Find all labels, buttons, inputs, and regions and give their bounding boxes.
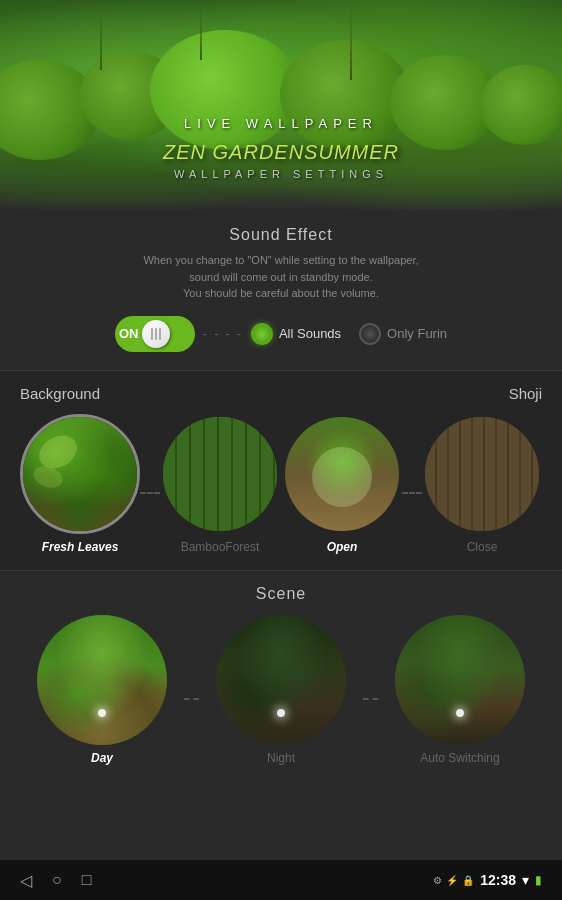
scene-title: Scene: [20, 585, 542, 603]
night-background: [216, 615, 346, 745]
title-line2: ZEN GARDENSummer: [0, 131, 562, 166]
dashed-connector-bg: [140, 492, 160, 494]
sound-effect-title: Sound Effect: [20, 226, 542, 244]
scene-circle-night: [216, 615, 346, 745]
shoji-title: Shoji: [509, 385, 542, 402]
circle-open: [282, 414, 402, 534]
hero-section: LIVE WALLPAPER ZEN GARDENSummer WALLPAPE…: [0, 0, 562, 210]
scene-item-auto[interactable]: Auto Switching: [378, 615, 542, 765]
bamboo-label: BambooForest: [181, 540, 260, 554]
open-label: Open: [327, 540, 358, 554]
hero-title: LIVE WALLPAPER ZEN GARDENSummer WALLPAPE…: [0, 116, 562, 180]
toggle-line-2: [155, 328, 157, 340]
toggle-label: ON: [119, 326, 139, 341]
dashed-connector-shoji: [402, 492, 422, 494]
background-shoji-items: Fresh Leaves BambooForest Open: [20, 414, 542, 554]
auto-label: Auto Switching: [420, 751, 499, 765]
sound-controls: ON - - - - All Sounds Only Furin: [20, 316, 542, 352]
day-light-dot: [98, 709, 106, 717]
day-label: Day: [91, 751, 113, 765]
main-content: Sound Effect When you change to "ON" whi…: [0, 210, 562, 860]
day-background: [37, 615, 167, 745]
title-summer: Summer: [304, 141, 399, 163]
background-shoji-section: Background Shoji Fresh Leaves: [0, 371, 562, 571]
title-line1: LIVE WALLPAPER: [0, 116, 562, 131]
back-button[interactable]: ◁: [20, 871, 32, 890]
circle-item-fresh-leaves[interactable]: Fresh Leaves: [20, 414, 140, 554]
circle-item-close[interactable]: Close: [422, 414, 542, 554]
circle-item-open[interactable]: Open: [282, 414, 402, 554]
scene-items: Day Night Auto Swi: [20, 615, 542, 765]
auto-background: [395, 615, 525, 745]
recents-button[interactable]: □: [82, 871, 92, 890]
clock: 12:38: [480, 872, 516, 888]
night-label: Night: [267, 751, 295, 765]
fresh-leaves-background: [23, 417, 137, 531]
bamboo-background: [163, 417, 277, 531]
toggle-line-3: [159, 328, 161, 340]
scene-item-day[interactable]: Day: [20, 615, 184, 765]
usb-icon: ⚡: [446, 875, 458, 886]
toggle-line-1: [151, 328, 153, 340]
open-background: [285, 417, 399, 531]
close-background: [425, 417, 539, 531]
vine-2: [200, 0, 202, 60]
home-button[interactable]: ○: [52, 871, 62, 890]
two-col-header: Background Shoji: [20, 385, 542, 402]
circle-fresh-leaves: [20, 414, 140, 534]
circle-close: [422, 414, 542, 534]
status-icons: ⚙ ⚡ 🔒: [433, 875, 474, 886]
vine-3: [350, 0, 352, 80]
radio-all-sounds[interactable]: All Sounds: [251, 323, 341, 345]
connector-1: - - - -: [203, 327, 243, 341]
sound-effect-description: When you change to "ON" while setting to…: [20, 252, 542, 302]
android-icon: ⚙: [433, 875, 442, 886]
open-highlight: [312, 447, 372, 507]
night-light-dot: [277, 709, 285, 717]
battery-icon: ▮: [535, 873, 542, 887]
background-title: Background: [20, 385, 100, 402]
fresh-leaves-label: Fresh Leaves: [42, 540, 119, 554]
radio-only-furin-label: Only Furin: [387, 326, 447, 341]
sound-toggle[interactable]: ON: [115, 316, 195, 352]
close-label: Close: [467, 540, 498, 554]
scene-dashed-2: [363, 698, 378, 700]
title-settings: WALLPAPER SETTINGS: [0, 168, 562, 180]
lock-icon: 🔒: [462, 875, 474, 886]
scene-item-night[interactable]: Night: [199, 615, 363, 765]
scene-circle-auto: [395, 615, 525, 745]
toggle-knob: [142, 320, 170, 348]
toggle-lines: [151, 328, 161, 340]
scene-circle-day: [37, 615, 167, 745]
circle-item-bamboo[interactable]: BambooForest: [160, 414, 280, 554]
radio-active-indicator: [251, 323, 273, 345]
auto-light-dot: [456, 709, 464, 717]
radio-only-furin[interactable]: Only Furin: [359, 323, 447, 345]
radio-all-sounds-label: All Sounds: [279, 326, 341, 341]
vine-1: [100, 0, 102, 70]
navigation-bar: ◁ ○ □ ⚙ ⚡ 🔒 12:38 ▾ ▮: [0, 860, 562, 900]
wifi-icon: ▾: [522, 872, 529, 888]
scene-dashed-1: [184, 698, 199, 700]
nav-icons-right: ⚙ ⚡ 🔒 12:38 ▾ ▮: [433, 872, 542, 888]
nav-icons-left: ◁ ○ □: [20, 871, 91, 890]
circle-bamboo: [160, 414, 280, 534]
title-zen-garden: ZEN GARDEN: [163, 141, 304, 163]
radio-inactive-indicator: [359, 323, 381, 345]
sound-effect-section: Sound Effect When you change to "ON" whi…: [0, 210, 562, 371]
scene-section: Scene Day Night: [0, 571, 562, 781]
